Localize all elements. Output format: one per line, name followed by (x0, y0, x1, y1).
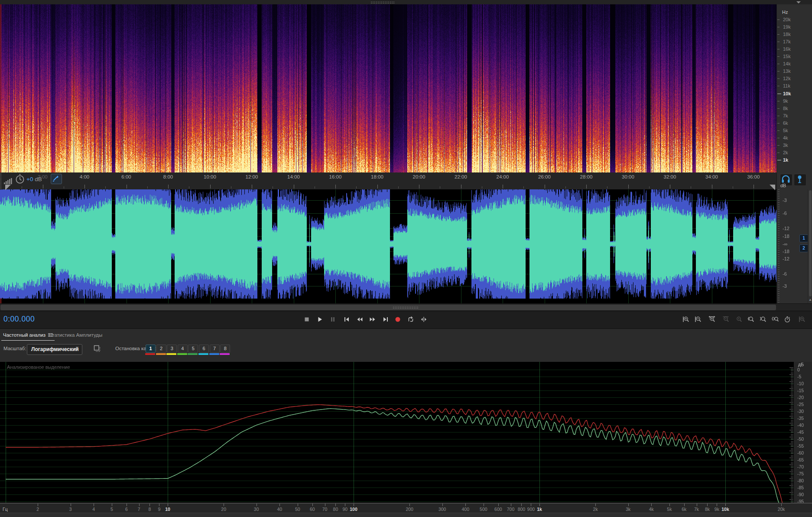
timeline-minor-tick (691, 186, 691, 189)
horizontal-scrollbar[interactable] (0, 303, 812, 311)
freq-tick-mark (669, 504, 670, 506)
snap-toggle-button[interactable] (51, 174, 62, 184)
vertical-scrollbar-thumb[interactable] (809, 190, 812, 296)
rewind-button[interactable] (354, 314, 365, 325)
hold-frame-2-color (156, 353, 166, 355)
freq-tick-label: 8k (705, 507, 710, 512)
hold-frame-5-button[interactable]: 5 (188, 345, 198, 353)
channel-1-button[interactable]: 1 (799, 234, 808, 242)
ruler-grip-handle[interactable] (0, 172, 2, 189)
timeline-major-tick (84, 185, 85, 189)
play-button[interactable] (314, 314, 325, 325)
analyzed-selection-annotation: Анализированое выделение (7, 364, 70, 370)
hz-tick-mark (777, 101, 780, 101)
skip-to-end-button[interactable] (380, 314, 391, 325)
clock-icon[interactable] (15, 174, 25, 186)
zoom-in-right-selection-button[interactable] (757, 314, 769, 325)
freq-tick-label: 3 (69, 507, 72, 512)
freq-tick-label: 7k (694, 507, 699, 512)
collapse-corner-right-icon[interactable] (770, 185, 775, 190)
hold-frame-5-color (188, 353, 198, 355)
vertical-scrollbar[interactable]: ▲ (808, 189, 812, 303)
db-tick-label: -18 (783, 234, 789, 239)
freq-db-tick-label: -30 (797, 409, 804, 414)
zoom-in-horizontal-button[interactable] (706, 314, 718, 325)
timed-record-button[interactable] (782, 314, 793, 325)
playhead-spectrogram[interactable] (0, 4, 1, 172)
timeline-major-tick (252, 185, 252, 189)
timeline-label: 10:00 (204, 174, 216, 179)
scrollbar-arrow-icon[interactable]: ▲ (809, 298, 812, 302)
hz-tick-label: 11k (783, 83, 790, 88)
hz-tick-label: 18k (783, 32, 791, 37)
freq-tick-mark (94, 504, 94, 506)
zoom-to-selection-button[interactable] (770, 314, 781, 325)
spectrogram-display[interactable] (0, 4, 776, 172)
hz-tick-label: 5k (783, 128, 788, 133)
freq-tick-label: 6 (125, 507, 128, 512)
freq-tick-label: 5k (667, 507, 672, 512)
loop-playback-button[interactable] (405, 314, 416, 325)
timeline-major-tick (461, 185, 461, 189)
collapse-corner-left-icon[interactable] (5, 185, 11, 190)
tab-amplitude-statistics[interactable]: Статистика Амплитуды (47, 329, 104, 341)
freq-tick-mark (325, 504, 325, 506)
panel-grip-handle[interactable] (370, 1, 395, 3)
timeline-minor-tick (565, 186, 566, 189)
hz-tick-label: 16k (783, 46, 791, 52)
freq-tick-label: 2k (593, 507, 598, 512)
pin-icon[interactable] (794, 174, 806, 186)
transport-bar: 0:00.000 (0, 311, 812, 329)
freq-db-tick-label: -10 (797, 381, 804, 386)
zoom-in-vertical-button[interactable] (680, 314, 692, 325)
freq-tick-label: 7 (138, 507, 140, 512)
hold-frame-3-button[interactable]: 3 (167, 345, 177, 353)
fast-forward-button[interactable] (367, 314, 378, 325)
panel-menu-icon[interactable] (796, 1, 801, 3)
waveform-display[interactable] (0, 189, 776, 303)
panel-bottom-edge[interactable] (0, 513, 812, 517)
record-button[interactable] (392, 314, 403, 325)
freq-db-tick-label: -15 (797, 388, 804, 393)
hold-frame-2-button[interactable]: 2 (156, 345, 166, 353)
freq-tick-label: 6k (682, 507, 686, 512)
timeline-major-tick (210, 185, 211, 189)
db-tick-label: -18 (783, 249, 789, 254)
hz-tick-mark (777, 56, 780, 57)
freq-tick-label: 9 (158, 507, 160, 512)
hold-frame-4-button[interactable]: 4 (178, 345, 188, 353)
zoom-out-vertical-button[interactable] (692, 314, 704, 325)
hz-tick-mark (777, 108, 780, 109)
move-playhead-button[interactable] (418, 314, 429, 325)
copy-graph-icon[interactable] (94, 345, 101, 354)
skip-to-start-button[interactable] (341, 314, 352, 325)
freq-db-tick-label: -35 (797, 416, 804, 421)
scrollbar-grip-dots (393, 306, 419, 309)
hold-frame-8-button[interactable]: 8 (220, 345, 230, 353)
freq-tick-mark (465, 504, 466, 506)
hold-frame-1-button[interactable]: 1 (146, 345, 156, 353)
zoom-full-button (796, 314, 808, 325)
hold-frame-7-button[interactable]: 7 (210, 345, 220, 353)
hold-frame-6-button[interactable]: 6 (199, 345, 209, 353)
hz-tick-mark (777, 123, 780, 124)
scale-dropdown[interactable]: Логарифмический (27, 344, 82, 355)
freq-db-tick-label: -25 (797, 402, 804, 407)
pause-button[interactable] (327, 314, 338, 325)
freq-tick-label: 500 (480, 507, 487, 512)
panel-tab-bar: Частотный анализСтатистика Амплитуды (0, 328, 812, 341)
hz-tick-mark (777, 116, 780, 116)
freq-tick-label: 3k (626, 507, 630, 512)
analysis-controls-row: Масштаб: Логарифмический Остановка кадра… (0, 341, 812, 362)
hz-tick-label: 10k (783, 91, 791, 96)
time-display[interactable]: 0:00.000 (3, 315, 35, 324)
stop-button[interactable] (301, 314, 312, 325)
channel-2-button[interactable]: 2 (799, 244, 808, 252)
timeline-ruler[interactable]: 2:004:006:008:0010:0012:0014:0016:0018:0… (0, 172, 776, 190)
zoom-in-left-selection-button[interactable] (745, 314, 757, 325)
audition-app-window: Hz 20k19k18k17k16k15k14k13k12k11k10k9k8k… (0, 0, 812, 517)
horizontal-scrollbar-thumb[interactable] (0, 305, 776, 310)
freq-tick-label: 900 (527, 507, 535, 512)
gain-readout[interactable]: +0 dB (26, 176, 42, 182)
timeline-major-tick (670, 185, 670, 189)
